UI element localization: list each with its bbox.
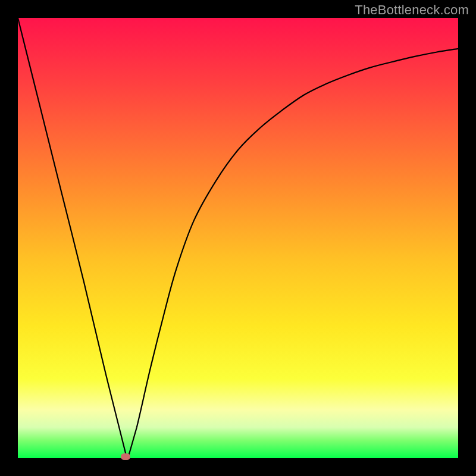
bottleneck-curve xyxy=(18,18,458,458)
plot-area xyxy=(18,18,458,458)
chart-frame: TheBottleneck.com xyxy=(0,0,476,476)
watermark-text: TheBottleneck.com xyxy=(355,2,469,18)
bottleneck-minimum-marker xyxy=(121,453,130,460)
